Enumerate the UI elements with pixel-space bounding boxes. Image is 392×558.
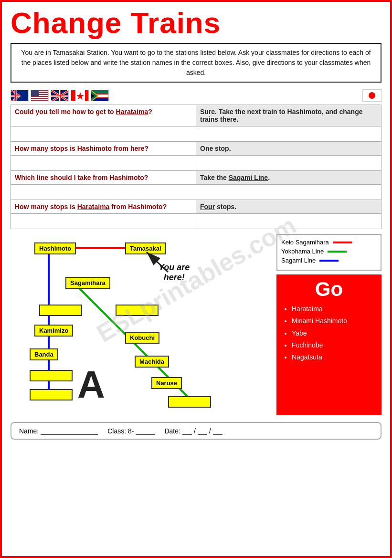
conv-input-3 [11, 185, 381, 200]
svg-rect-25 [60, 90, 61, 101]
conv-input-right-4[interactable] [196, 214, 381, 229]
conv-a2: One stop. [196, 142, 381, 156]
station-empty-5[interactable] [168, 396, 211, 408]
go-box: Go Harataima Minami Hashimoto Yabe Fuchi… [276, 274, 381, 415]
station-empty-2[interactable] [30, 370, 73, 381]
go-item-0: Harataima [292, 303, 376, 315]
legend-yokohama-label: Yokohama Line [281, 248, 324, 255]
conv-input-right-1[interactable] [196, 126, 381, 142]
conv-a4-four: Four [200, 203, 215, 211]
footer-name-field: Name: [19, 427, 98, 435]
conv-a3: Take the Sagami Line. [196, 171, 381, 185]
conv-q2: How many stops is Hashimoto from here? [11, 142, 196, 156]
footer-class-input[interactable] [136, 427, 155, 435]
legend-yokohama-line [328, 251, 347, 253]
conv-q4-underline: Harataima [77, 203, 110, 211]
flags-left [11, 90, 109, 101]
station-sagamihara: Sagamihara [65, 277, 110, 289]
legend-sagami-line [319, 260, 339, 262]
svg-rect-14 [31, 99, 49, 100]
conversation-table: Could you tell me how to get to Harataim… [11, 105, 381, 229]
go-title: Go [282, 279, 376, 299]
station-empty-4[interactable] [116, 305, 159, 316]
conv-input-left-3[interactable] [11, 185, 196, 200]
footer-date-month[interactable] [198, 427, 207, 435]
page-title: Change Trains [11, 7, 381, 39]
page: ESLprintables.com Change Trains You are … [0, 0, 392, 558]
footer-class-field: Class: 8- [107, 427, 155, 435]
flag-usa [31, 90, 49, 101]
footer: Name: Class: 8- Date: / / [11, 422, 381, 440]
footer-date-day[interactable] [182, 427, 192, 435]
footer-name-label: Name: [19, 427, 39, 435]
flags-row [11, 89, 381, 102]
conv-q4: How many stops is Harataima from Hashimo… [11, 200, 196, 214]
conv-a1: Sure. Take the next train to Hashimoto, … [196, 105, 381, 126]
go-item-4: Nagatsuta [292, 351, 376, 363]
legend-box: Keio Sagamihara Yokohama Line Sagami Lin… [276, 234, 381, 271]
legend-item-keio: Keio Sagamihara [281, 239, 377, 246]
svg-rect-13 [31, 97, 49, 98]
big-a-letter: A [77, 363, 105, 407]
legend-keio-line [333, 242, 352, 243]
go-item-3: Fuchinobe [292, 339, 376, 351]
conv-input-left-2[interactable] [11, 156, 196, 171]
conv-input-2 [11, 156, 381, 171]
svg-rect-27 [71, 90, 75, 101]
flag-australia [11, 90, 29, 101]
conv-row-4: How many stops is Harataima from Hashimo… [11, 200, 381, 214]
conv-q3: Which line should I take from Hashimoto? [11, 171, 196, 185]
flag-south-africa [91, 90, 109, 101]
station-hashimoto: Hashimoto [34, 242, 76, 254]
conv-input-right-3[interactable] [196, 185, 381, 200]
legend-keio-label: Keio Sagamihara [281, 239, 329, 246]
go-item-1: Minami Hashimoto [292, 315, 376, 327]
station-kobuchi: Kobuchi [125, 332, 159, 344]
conv-input-left-1[interactable] [11, 126, 196, 142]
legend-sagami-label: Sagami Line [281, 257, 316, 264]
conv-a3-underline: Sagami Line [229, 174, 268, 181]
footer-class-label: Class: 8- [107, 427, 134, 435]
svg-rect-16 [31, 90, 39, 96]
conv-input-right-2[interactable] [196, 156, 381, 171]
station-kamimizo: Kamimizo [34, 325, 73, 337]
footer-name-input[interactable] [41, 427, 98, 435]
go-list: Harataima Minami Hashimoto Yabe Fuchinob… [282, 303, 376, 363]
flag-canada [71, 90, 89, 101]
train-map: Hashimoto Tamasakai Sagamihara Kamimizo … [11, 234, 271, 415]
conv-input-left-4[interactable] [11, 214, 196, 229]
bottom-section: Hashimoto Tamasakai Sagamihara Kamimizo … [11, 234, 381, 415]
station-tamasakai: Tamasakai [125, 242, 166, 254]
legend-item-sagami: Sagami Line [281, 257, 377, 264]
conv-q1-underline: Harataima [116, 108, 148, 116]
station-naruse: Naruse [151, 377, 182, 389]
conv-a4: Four stops. [196, 200, 381, 214]
svg-rect-15 [31, 101, 49, 101]
instruction-box: You are in Tamasakai Station. You want t… [11, 43, 381, 83]
legend-item-yokohama: Yokohama Line [281, 248, 377, 255]
footer-date-label: Date: [164, 427, 180, 435]
conv-input-1 [11, 126, 381, 142]
station-machida: Machida [135, 356, 169, 368]
japan-circle [369, 92, 375, 99]
station-banda: Banda [30, 348, 58, 360]
flag-japan [362, 89, 381, 102]
conv-row-1: Could you tell me how to get to Harataim… [11, 105, 381, 126]
flag-uk [51, 90, 69, 101]
conv-row-3: Which line should I take from Hashimoto?… [11, 171, 381, 185]
station-empty-1[interactable] [39, 305, 82, 316]
station-empty-3[interactable] [30, 389, 73, 400]
footer-date-year[interactable] [213, 427, 222, 435]
you-are-here-label: You arehere! [159, 263, 190, 283]
conv-q1: Could you tell me how to get to Harataim… [11, 105, 196, 126]
go-item-2: Yabe [292, 327, 376, 339]
svg-rect-28 [85, 90, 89, 101]
conv-input-4 [11, 214, 381, 229]
footer-date-field: Date: / / [164, 427, 222, 435]
instruction-text: You are in Tamasakai Station. You want t… [21, 49, 371, 76]
right-panels: Keio Sagamihara Yokohama Line Sagami Lin… [276, 234, 381, 415]
conv-row-2: How many stops is Hashimoto from here? O… [11, 142, 381, 156]
